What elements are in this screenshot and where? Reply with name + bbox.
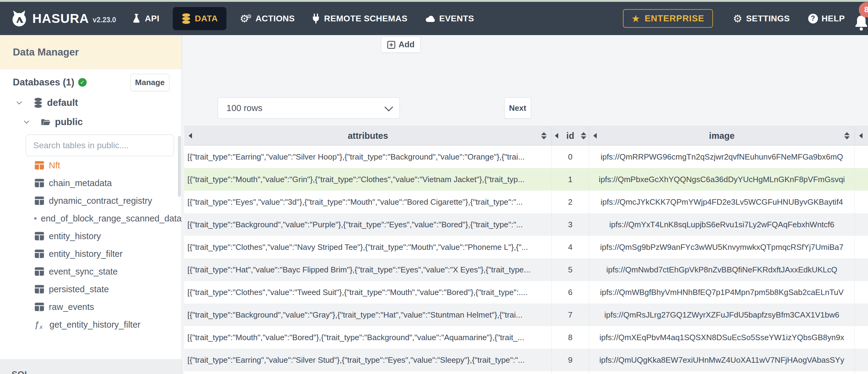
cell-partial [855, 213, 868, 236]
hasura-console: HASURA v2.23.0 API DATA ⚙⚙ ACTIONS [0, 0, 868, 374]
cell-partial [855, 326, 868, 349]
table-name: chain_metadata [49, 178, 112, 188]
table-name: dynamic_contract_registry [49, 196, 152, 206]
cell-partial [855, 304, 868, 326]
next-page-button[interactable]: Next [504, 97, 531, 119]
sort-icon[interactable] [844, 132, 850, 139]
tree-node-schema-public[interactable]: public [23, 114, 83, 130]
schema-name: public [55, 117, 83, 127]
cell-image: ipfs://QmWBgfBhyVmHNhBfEQ7p1P4Mpn7pm5b8K… [589, 281, 855, 304]
cell-attributes: [{"trait_type":"Background","value":"Gra… [184, 304, 552, 326]
sidebar-sql-section[interactable]: SQL [0, 360, 182, 374]
question-icon: ? [808, 14, 818, 24]
browse-rows-content: Add 100 rows Next attributes id [182, 35, 868, 374]
database-name: default [47, 97, 78, 108]
column-header-attributes[interactable]: attributes [184, 126, 552, 145]
cell-id: 4 [552, 236, 589, 258]
table-item[interactable]: end_of_block_range_scanned_data [0, 210, 182, 227]
cell-image: ipfs://QmNwbd7ctEhGpVkP8nZvBBQfiNeFKRdxf… [589, 258, 855, 281]
column-label: image [709, 131, 735, 141]
cell-image: ipfs://QmPbxeGcXhYQQNgsC6a36dDyYUcHgMLnG… [589, 168, 855, 191]
table-row-highlighted: [{"trait_type":"Mouth","value":"Grin"},{… [184, 168, 868, 191]
function-name: get_entity_history_filter [50, 320, 141, 330]
table-item[interactable]: chain_metadata [0, 174, 182, 192]
table-row: [{"trait_type":"Earring","value":"Silver… [184, 146, 868, 168]
collapse-column-icon[interactable] [593, 133, 597, 138]
cell-id: 3 [552, 213, 589, 236]
collapse-column-icon[interactable] [189, 133, 192, 138]
cell-partial [855, 281, 868, 304]
cell-image [589, 371, 855, 374]
rows-select-value: 100 rows [226, 103, 262, 113]
table-row: [{"trait_type":"Clothes","value":"Tweed … [184, 281, 868, 304]
nav-label: EVENTS [439, 14, 474, 24]
cell-attributes: [{"trait_type":"Mouth","value":"Bored"},… [184, 326, 552, 349]
sort-icon[interactable] [541, 132, 547, 139]
table-icon [34, 214, 37, 223]
tree-node-database-default[interactable]: default [16, 95, 78, 111]
chevron-down-icon[interactable] [23, 121, 30, 124]
table-header-row: attributes id image [184, 126, 868, 146]
column-header-partial[interactable] [855, 126, 868, 145]
column-label: id [566, 131, 575, 141]
manage-button[interactable]: Manage [130, 74, 169, 91]
chevron-down-icon[interactable] [16, 101, 23, 105]
table-item[interactable]: entity_history_filter [0, 245, 182, 263]
cell-id [552, 371, 589, 374]
table-icon [34, 196, 44, 205]
rows-table: attributes id image [{"trait [184, 126, 868, 374]
version-label: v2.23.0 [93, 16, 116, 24]
check-icon: ✓ [78, 78, 87, 87]
cell-image: ipfs://QmUQgKka8EW7exiUHnMwZ4UoXA11wV7NF… [589, 349, 855, 371]
search-tables-input[interactable] [26, 134, 174, 156]
table-item[interactable]: raw_events [0, 298, 182, 316]
enterprise-button[interactable]: ★ ENTERPRISE [623, 9, 713, 28]
settings-link[interactable]: ⚙ SETTINGS [733, 13, 790, 24]
function-item[interactable]: ƒx get_entity_history_filter [0, 316, 182, 334]
table-item[interactable]: event_sync_state [0, 263, 182, 280]
table-name: entity_history [49, 231, 101, 241]
brand-name: HASURA [32, 11, 89, 26]
add-row-button[interactable]: Add [381, 37, 421, 53]
cell-partial [855, 349, 868, 371]
cell-partial [855, 236, 868, 258]
cell-attributes: [{"trait_type":"Background","value":"Pur… [184, 213, 552, 236]
nav-label: REMOTE SCHEMAS [324, 14, 407, 24]
sql-label: SQL [11, 369, 182, 374]
collapse-column-icon[interactable] [555, 133, 558, 138]
table-name: persisted_state [49, 284, 109, 294]
table-icon [34, 302, 44, 311]
notifications-button[interactable]: 8 [854, 6, 868, 31]
table-row: [{"trait_type":"Clothes","value":"Navy S… [184, 236, 868, 258]
nav-tab-api[interactable]: API [132, 13, 159, 24]
table-row: [{"trait_type":"Eyes","value":"3d"},{"tr… [184, 191, 868, 213]
topbar-right-group: ★ ENTERPRISE ⚙ SETTINGS ? HELP 8 [623, 6, 868, 31]
help-link[interactable]: ? HELP [808, 14, 845, 24]
cell-id: 8 [552, 326, 589, 349]
cell-attributes: [{"trait_type":"Eyes","value":"3d"},{"tr… [184, 191, 552, 213]
table-item[interactable]: persisted_state [0, 280, 182, 298]
table-icon [34, 267, 44, 276]
nav-tab-data[interactable]: DATA [173, 7, 226, 30]
nav-tab-remote-schemas[interactable]: REMOTE SCHEMAS [311, 13, 407, 24]
collapse-column-icon[interactable] [859, 133, 863, 138]
cell-attributes: [{"trait_type":"Earring","value":"Silver… [184, 146, 552, 168]
table-item[interactable]: entity_history [0, 227, 182, 245]
databases-row: Databases (1) ✓ Manage [0, 73, 182, 92]
cell-partial [855, 258, 868, 281]
nav-label: ACTIONS [255, 14, 295, 24]
column-header-image[interactable]: image [589, 126, 855, 145]
sort-icon[interactable] [581, 132, 586, 139]
nav-tab-events[interactable]: EVENTS [425, 14, 474, 24]
function-icon: ƒx [34, 319, 45, 330]
chevron-down-icon [384, 103, 393, 111]
column-header-id[interactable]: id [552, 126, 589, 145]
sidebar-scrollbar[interactable] [178, 136, 181, 197]
table-row: [{"trait_type":"Background","value":"Pur… [184, 213, 868, 236]
rows-per-page-select[interactable]: 100 rows [218, 97, 400, 119]
table-item-nft[interactable]: Nft [0, 156, 182, 174]
table-item[interactable]: dynamic_contract_registry [0, 192, 182, 210]
table-row-partial [184, 371, 868, 374]
nav-tab-actions[interactable]: ⚙⚙ ACTIONS [240, 13, 295, 24]
star-icon: ★ [631, 14, 641, 24]
